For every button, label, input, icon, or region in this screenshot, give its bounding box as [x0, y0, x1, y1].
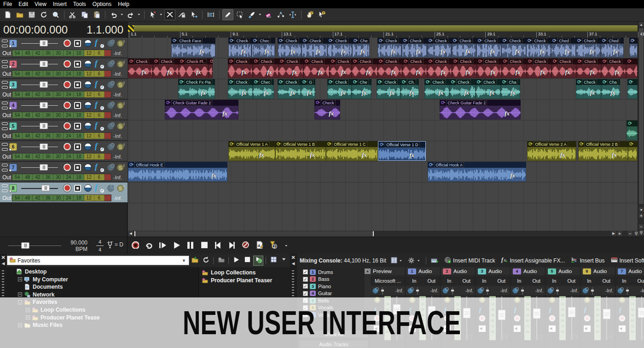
track-grip-icon[interactable]: [2, 143, 8, 151]
input-echo-icon[interactable]: [107, 81, 114, 88]
fx-bypass-button[interactable]: f✓: [95, 184, 103, 192]
play-from-button[interactable]: [156, 239, 169, 253]
audio-clip-check-guitar-fade-2[interactable]: ⟳Check Guitar Fade 2fx: [165, 100, 238, 120]
send-knob-icon[interactable]: [512, 288, 518, 294]
input-echo-icon[interactable]: [107, 164, 114, 171]
pause-button[interactable]: [183, 239, 197, 253]
play-button[interactable]: [169, 239, 183, 253]
clip-fx-badge[interactable]: fx: [560, 151, 565, 159]
audio-clip-check[interactable]: ⟳Checkfx: [502, 58, 527, 78]
strip-name-row[interactable]: Preview: [371, 267, 405, 276]
solo-button[interactable]: [74, 40, 81, 47]
audio-clip-check[interactable]: ⟳Checkfx: [228, 58, 253, 78]
audio-clip[interactable]: ⟳: [626, 58, 638, 78]
clip-fx-badge[interactable]: fx: [318, 68, 323, 76]
clip-fx-badge[interactable]: fx: [416, 68, 421, 76]
cut-button[interactable]: [67, 9, 78, 20]
track-header-1[interactable]: 1 f✓ S Out 54484236302418126 -Inf.: [0, 38, 128, 57]
strip-input-select[interactable]: In: [546, 277, 563, 285]
zoom-horizontal-button[interactable]: ⚲: [633, 231, 639, 236]
input-echo-icon[interactable]: [107, 123, 114, 130]
clip-fx-badge[interactable]: fx: [464, 89, 469, 97]
clip-fx-badge[interactable]: fx: [366, 68, 371, 76]
time-smpte-value[interactable]: 00:00:00.000: [0, 23, 68, 36]
clip-fx-badge[interactable]: fx: [489, 89, 494, 97]
clip-fx-badge[interactable]: fx: [361, 89, 366, 97]
audio-clip-check[interactable]: ⟳Checkfx: [327, 79, 352, 99]
send-knob-icon[interactable]: [477, 288, 483, 294]
clip-fx-badge[interactable]: fx: [360, 48, 366, 55]
send-knob-icon[interactable]: [407, 288, 413, 294]
track-header-4[interactable]: 4 f✓ S Out 54484236302418126 -Inf.: [0, 100, 128, 120]
track-header-5[interactable]: 5 f✓ S Out 54484236302418126 -Inf.: [0, 120, 128, 140]
stop-button[interactable]: [197, 239, 211, 253]
track-number-badge[interactable]: 2: [9, 60, 17, 68]
new-file-button[interactable]: [2, 9, 13, 20]
marker-button[interactable]: 2: [266, 239, 280, 253]
strip-output-select[interactable]: Out: [493, 277, 510, 285]
audio-clip-check[interactable]: ⟳Checkfx: [452, 38, 476, 57]
zoom-out-button[interactable]: −: [627, 231, 633, 236]
record-arm-button[interactable]: [64, 143, 71, 150]
track-header-2[interactable]: 2 f✓ S Out 54484236302418126 -Inf.: [0, 58, 128, 78]
clip-fx-badge[interactable]: fx: [438, 89, 443, 97]
clip-fx-badge[interactable]: fx: [292, 68, 297, 76]
insert-midi-track-button[interactable]: Insert MIDI Track: [444, 257, 495, 265]
track-visible-checkbox[interactable]: ✓: [303, 291, 308, 296]
clip-fx-badge[interactable]: fx: [222, 110, 227, 117]
audio-clip-cha[interactable]: ⟳Chafx: [601, 79, 620, 99]
file-item-loop-collections[interactable]: Loop Collections: [199, 268, 290, 276]
tree-expander-icon[interactable]: +: [18, 277, 22, 281]
audio-clip-check[interactable]: ⟳Checkfx: [303, 58, 330, 78]
send-knob-icon[interactable]: [442, 288, 448, 294]
redo-button[interactable]: [125, 9, 136, 20]
track-header-7[interactable]: 7 f✓ S Out 54484236302418126 -Inf.: [0, 162, 128, 182]
zoom-out-vertical-button[interactable]: −: [638, 224, 644, 229]
tree-item-my-computer[interactable]: +My Computer: [18, 276, 68, 283]
fx-bypass-button[interactable]: f✓: [95, 81, 103, 88]
audio-clip-check-guitar-fade-2[interactable]: ⟳Check Guitar Fade 2fx: [440, 100, 521, 120]
mute-button[interactable]: [84, 122, 92, 130]
console-track-guitar[interactable]: ✓ 4 Guitar: [303, 290, 363, 297]
preview-loop-button[interactable]: [253, 256, 263, 266]
clip-fx-badge[interactable]: fx: [590, 48, 595, 55]
strip-output-select[interactable]: Microsoft ...: [371, 277, 405, 285]
console-collapse-icon[interactable]: ◀: [290, 261, 296, 266]
clip-fx-badge[interactable]: fx: [341, 48, 346, 55]
audition-button[interactable]: a: [252, 239, 266, 253]
track-grip-icon[interactable]: [2, 122, 8, 130]
audio-clip-check[interactable]: ⟳Checkfx: [278, 38, 302, 57]
scroll-up-icon[interactable]: ▲: [365, 268, 371, 274]
audio-clip-check[interactable]: ⟳Checkfx: [314, 100, 340, 120]
console-track-bass[interactable]: ✓ 2 Bass: [303, 276, 363, 283]
preview-play-button[interactable]: [231, 256, 241, 266]
volume-thumb[interactable]: [41, 185, 50, 191]
clip-fx-badge[interactable]: fx: [196, 68, 201, 76]
insert-bus-button[interactable]: Insert Bus: [571, 257, 604, 265]
mute-button[interactable]: [84, 102, 92, 109]
strip-name-row[interactable]: 5Audio: [545, 267, 580, 276]
mini-fader[interactable]: [592, 287, 593, 295]
count-in-button[interactable]: [238, 239, 252, 253]
tempo-slider[interactable]: [8, 242, 61, 249]
input-echo-icon[interactable]: [107, 102, 114, 109]
mini-fader[interactable]: [417, 287, 418, 295]
clip-fx-badge[interactable]: fx: [416, 48, 421, 55]
clip-fx-badge[interactable]: fx: [466, 68, 471, 76]
help-grab-button[interactable]: ?: [304, 9, 315, 20]
sync-status-icon[interactable]: S: [117, 143, 124, 150]
audio-clip-ched[interactable]: ⟳Chedfx: [551, 38, 576, 57]
audio-clip-check[interactable]: ⟳Checkfx: [601, 58, 626, 78]
console-drag-grip[interactable]: [292, 270, 294, 298]
paste-button[interactable]: [91, 9, 102, 20]
mini-fader[interactable]: [452, 287, 453, 295]
strip-name-row[interactable]: 4Audio: [511, 267, 545, 276]
browser-close-icon[interactable]: ✕: [0, 255, 6, 260]
clip-fx-badge[interactable]: fx: [516, 68, 521, 76]
clip-fx-badge[interactable]: fx: [290, 89, 295, 97]
strip-input-select[interactable]: In: [406, 277, 423, 285]
track-volume-slider[interactable]: [21, 81, 58, 89]
strip-input-select[interactable]: In: [616, 277, 632, 285]
console-track-piano[interactable]: ✓ 3 Piano: [303, 283, 363, 290]
track-volume-slider[interactable]: [21, 164, 58, 171]
